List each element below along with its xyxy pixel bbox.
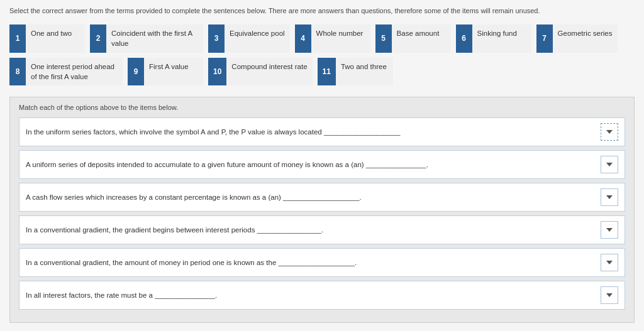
term-item-10: 10 Compound interest rate: [208, 58, 313, 85]
dropdown-button-3[interactable]: [601, 188, 618, 206]
term-number: 6: [456, 24, 472, 52]
term-item-2: 2 Coincident with the first A value: [90, 24, 203, 52]
term-item-11: 11 Two and three: [318, 58, 393, 85]
term-label: Compound interest rate: [226, 58, 312, 75]
question-text-1: In the uniform series factors, which inv…: [26, 127, 596, 137]
questions-list: In the uniform series factors, which inv…: [19, 117, 625, 310]
question-row-1: In the uniform series factors, which inv…: [19, 117, 625, 146]
term-number: 7: [536, 24, 553, 52]
term-label: Sinking fund: [472, 24, 522, 42]
dropdown-button-1[interactable]: [601, 123, 618, 141]
term-number: 10: [208, 58, 226, 85]
match-section: Match each of the options above to the i…: [9, 97, 635, 323]
dropdown-button-6[interactable]: [601, 286, 618, 304]
term-label: Geometric series: [553, 24, 618, 42]
term-number: 3: [208, 24, 225, 52]
chevron-down-icon: [606, 130, 613, 134]
question-text-3: A cash flow series which increases by a …: [26, 192, 596, 202]
question-text-2: A uniform series of deposits intended to…: [26, 160, 596, 170]
question-row-5: In a conventional gradient, the amount o…: [19, 248, 625, 277]
term-item-1: 1 One and two: [9, 24, 85, 52]
question-text-6: In all interest factors, the rate must b…: [26, 290, 596, 300]
term-item-9: 9 First A value: [128, 58, 203, 85]
match-instruction: Match each of the options above to the i…: [19, 104, 625, 111]
chevron-down-icon: [606, 163, 613, 166]
term-label: Base amount: [392, 24, 445, 42]
term-item-4: 4 Whole number: [295, 24, 370, 52]
term-label: First A value: [144, 58, 194, 75]
term-label: Coincident with the first A value: [106, 24, 203, 52]
term-number: 8: [9, 58, 26, 85]
question-row-3: A cash flow series which increases by a …: [19, 183, 625, 212]
chevron-down-icon: [606, 228, 613, 232]
question-text-5: In a conventional gradient, the amount o…: [26, 258, 596, 268]
chevron-down-icon: [606, 195, 613, 199]
question-row-4: In a conventional gradient, the gradient…: [19, 215, 625, 244]
dropdown-button-2[interactable]: [601, 156, 618, 173]
term-number: 2: [90, 24, 106, 52]
question-text-4: In a conventional gradient, the gradient…: [26, 225, 596, 235]
term-number: 5: [375, 24, 392, 52]
term-label: One and two: [26, 24, 77, 42]
term-item-8: 8 One interest period ahead of the first…: [9, 58, 123, 85]
dropdown-button-4[interactable]: [601, 221, 618, 239]
term-number: 4: [295, 24, 311, 52]
terms-grid: 1 One and two 2 Coincident with the firs…: [9, 24, 635, 85]
question-row-2: A uniform series of deposits intended to…: [19, 150, 625, 179]
term-number: 1: [9, 24, 26, 52]
term-item-7: 7 Geometric series: [536, 24, 618, 52]
term-label: Two and three: [336, 58, 392, 75]
chevron-down-icon: [606, 293, 613, 297]
term-item-5: 5 Base amount: [375, 24, 451, 52]
instruction-text: Select the correct answer from the terms…: [9, 6, 635, 16]
term-number: 9: [128, 58, 144, 85]
term-label: One interest period ahead of the first A…: [26, 58, 123, 85]
term-item-6: 6 Sinking fund: [456, 24, 531, 52]
chevron-down-icon: [606, 261, 613, 264]
question-row-6: In all interest factors, the rate must b…: [19, 281, 625, 310]
term-label: Whole number: [311, 24, 369, 42]
term-number: 11: [318, 58, 336, 85]
term-item-3: 3 Equivalence pool: [208, 24, 290, 52]
dropdown-button-5[interactable]: [601, 254, 618, 271]
term-label: Equivalence pool: [225, 24, 290, 42]
